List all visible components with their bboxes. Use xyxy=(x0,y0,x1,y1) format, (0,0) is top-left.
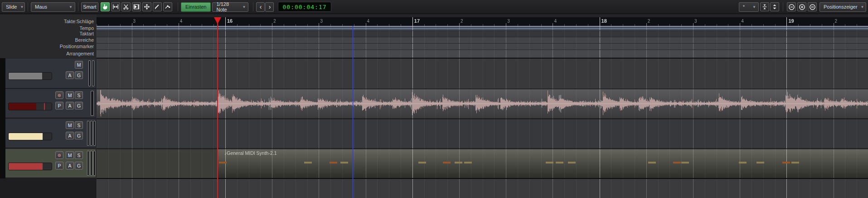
zoom-out-button[interactable] xyxy=(787,2,796,11)
group-button[interactable]: G xyxy=(75,162,83,169)
gain-peak-marker xyxy=(44,103,45,110)
track-header-fc-bd1[interactable]: MSPAG xyxy=(5,89,96,118)
zoom-focus-value: Positionszeiger xyxy=(824,4,858,10)
gain-fader[interactable] xyxy=(8,72,52,80)
grab-tool-icon xyxy=(102,4,108,10)
grab-tool-button[interactable] xyxy=(101,2,110,11)
zoom-in-icon xyxy=(799,4,805,10)
solo-button[interactable]: S xyxy=(75,121,83,129)
zoom-to-session-button[interactable] xyxy=(808,2,817,11)
chevron-down-icon: ▼ xyxy=(861,5,864,9)
level-meter xyxy=(93,151,96,176)
gain-fader-fill xyxy=(9,133,43,140)
shrink-tracks-button[interactable] xyxy=(760,2,769,11)
zoom-out-icon xyxy=(788,4,795,10)
shrink-tracks-icon xyxy=(761,4,768,10)
range-tool-button[interactable] xyxy=(111,2,120,11)
track-header-bus[interactable]: MSAG xyxy=(5,119,96,148)
ardour-editor-window: Slide▼ Maus▼ Smart Einrasten 1/128 Note▼… xyxy=(0,0,868,198)
level-meter xyxy=(93,121,96,146)
chevron-down-icon: ▼ xyxy=(752,5,756,9)
level-meter xyxy=(90,121,92,146)
solo-button[interactable]: S xyxy=(75,151,83,159)
nudge-forward-button[interactable]: › xyxy=(265,2,274,12)
gain-fader-fill xyxy=(9,163,43,170)
mute-button[interactable]: M xyxy=(75,61,83,69)
expand-tracks-button[interactable] xyxy=(770,2,779,11)
move-tool-icon xyxy=(144,4,150,10)
gain-fader[interactable] xyxy=(8,163,52,170)
tool-button-group xyxy=(101,2,172,11)
timefx-tool-icon xyxy=(133,4,140,10)
p-button[interactable]: P xyxy=(55,102,63,109)
automation-tool-button[interactable] xyxy=(163,2,172,11)
toolbar-divider xyxy=(178,2,178,11)
range-tool-icon xyxy=(112,4,119,10)
marker-visibility-dropdown[interactable]: *▼ xyxy=(739,2,759,12)
a-button[interactable]: A xyxy=(66,162,74,169)
mute-button[interactable]: M xyxy=(66,91,74,99)
expand-tracks-icon xyxy=(771,4,778,10)
group-button[interactable]: G xyxy=(75,71,83,79)
timecode-value: 00:00:04:17 xyxy=(282,4,326,10)
grid-unit-value: 1/128 Note xyxy=(216,1,239,12)
nudge-back-button[interactable]: ‹ xyxy=(256,2,265,12)
a-button[interactable]: A xyxy=(66,132,74,139)
draw-tool-button[interactable] xyxy=(153,2,162,11)
timefx-tool-button[interactable] xyxy=(132,2,141,11)
grid-unit-dropdown[interactable]: 1/128 Note▼ xyxy=(212,2,248,12)
record-enable-button[interactable] xyxy=(55,151,63,159)
level-meter xyxy=(91,91,94,116)
a-button[interactable]: A xyxy=(66,102,74,109)
chevron-down-icon: ▼ xyxy=(242,5,246,9)
marker-dropdown-value: * xyxy=(743,5,745,10)
a-button[interactable]: A xyxy=(66,71,74,79)
gain-fader-fill xyxy=(9,103,36,110)
toolbar-divider xyxy=(783,2,783,11)
track-header-master[interactable]: MAG xyxy=(5,59,96,89)
solo-button[interactable]: S xyxy=(75,91,83,99)
p-button[interactable]: P xyxy=(55,162,63,169)
draw-tool-icon xyxy=(154,4,160,10)
cut-tool-icon xyxy=(123,4,129,10)
zoom-in-button[interactable] xyxy=(797,2,806,11)
level-meter xyxy=(90,151,92,176)
chevron-right-icon: › xyxy=(269,3,271,10)
mute-button[interactable]: M xyxy=(66,121,74,129)
group-button[interactable]: G xyxy=(75,102,83,109)
group-button[interactable]: G xyxy=(75,132,83,139)
chevron-left-icon: ‹ xyxy=(260,3,262,10)
automation-tool-icon xyxy=(165,4,171,10)
level-meter xyxy=(92,60,94,86)
cut-tool-button[interactable] xyxy=(121,2,131,11)
snap-toggle-button[interactable]: Einrasten xyxy=(181,2,211,12)
level-meter xyxy=(87,151,89,176)
record-dot-icon xyxy=(57,93,62,98)
zoom-focus-dropdown[interactable]: Positionszeiger▼ xyxy=(820,2,866,12)
snap-label: Einrasten xyxy=(185,4,206,10)
zoom-to-session-icon xyxy=(809,4,816,10)
record-enable-button[interactable] xyxy=(55,91,63,99)
editor-canvas[interactable] xyxy=(97,15,868,198)
track-header-general-midi-synth[interactable]: MSPAG xyxy=(5,149,96,178)
level-meter xyxy=(87,121,89,146)
secondary-clock[interactable]: 00:00:04:17 xyxy=(278,2,331,12)
gain-fader-fill xyxy=(9,73,42,79)
level-meter xyxy=(88,60,91,86)
gain-fader[interactable] xyxy=(8,133,52,140)
record-dot-icon xyxy=(57,153,62,158)
toolbar-divider xyxy=(253,2,253,11)
move-tool-button[interactable] xyxy=(142,2,151,11)
track-header-column: MAGMSPAGMSAGMSPAG xyxy=(0,0,97,198)
mute-button[interactable]: M xyxy=(66,151,74,159)
toolbar: Slide▼ Maus▼ Smart Einrasten 1/128 Note▼… xyxy=(0,0,868,14)
gain-fader[interactable] xyxy=(8,103,52,110)
